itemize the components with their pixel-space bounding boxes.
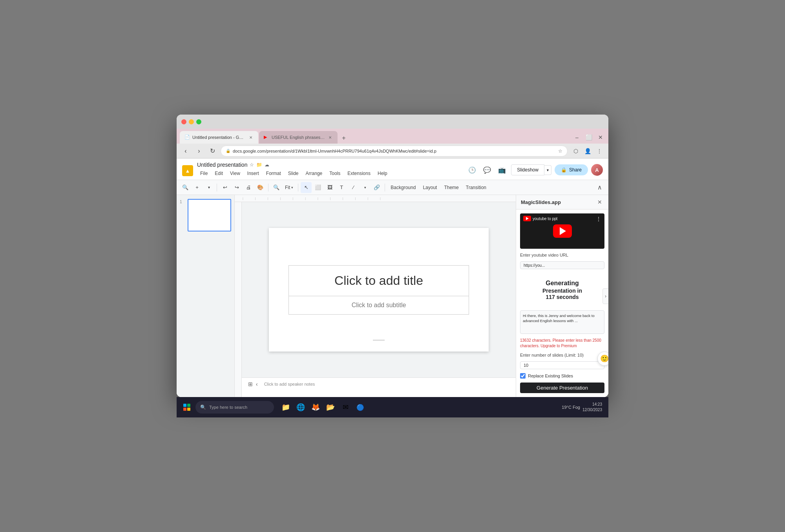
taskbar-firefox[interactable]: 🦊 xyxy=(309,400,323,414)
minimize-btn[interactable]: – xyxy=(572,133,582,142)
toolbar-divider-4 xyxy=(385,184,385,191)
taskbar-right: 19°C Fog 14:23 12/30/2023 xyxy=(562,402,605,413)
link-tool[interactable]: 🔗 xyxy=(371,182,382,193)
slideshow-button[interactable]: Slideshow xyxy=(511,164,544,175)
maximize-window-button[interactable] xyxy=(196,119,201,124)
slide-title-placeholder[interactable]: Click to add title xyxy=(334,273,423,288)
zoom-select[interactable]: Fit ▾ xyxy=(283,182,296,193)
profile-btn[interactable]: 👤 xyxy=(582,146,593,156)
more-btn[interactable]: ⋮ xyxy=(594,146,604,156)
menu-insert[interactable]: Insert xyxy=(244,169,262,177)
minimize-window-button[interactable] xyxy=(189,119,194,124)
menu-arrange[interactable]: Arrange xyxy=(303,169,326,177)
speaker-notes[interactable]: ⊞ ‹ Click to add speaker notes xyxy=(242,377,516,397)
tab-slides[interactable]: 📄 Untitled presentation - Google... ✕ xyxy=(180,131,258,144)
menu-tools[interactable]: Tools xyxy=(326,169,343,177)
chat-bubble-btn[interactable]: 🙂 xyxy=(597,352,608,366)
restore-btn[interactable]: ⬜ xyxy=(584,133,593,142)
zoom-out-btn[interactable]: ▾ xyxy=(203,182,214,193)
cloud-icon[interactable]: ☁ xyxy=(265,162,269,168)
yt-logo-area: youtube to ppt xyxy=(523,216,557,221)
youtube-tab-favicon: ▶ xyxy=(264,135,269,140)
yt-more-btn[interactable]: ⋮ xyxy=(596,216,601,222)
back-button[interactable]: ‹ xyxy=(181,146,191,156)
bookmark-icon[interactable]: ☆ xyxy=(558,148,562,154)
youtube-url-input[interactable] xyxy=(520,261,604,269)
theme-btn[interactable]: Theme xyxy=(441,184,462,191)
close-window-button[interactable] xyxy=(181,119,186,124)
slides-logo: ▲ xyxy=(182,165,193,176)
cursor-tool[interactable]: ↖ xyxy=(301,182,312,193)
slide-canvas[interactable]: Click to add title Click to add subtitle xyxy=(269,228,489,352)
slideshow-arrow[interactable]: ▾ xyxy=(544,165,551,175)
share-button[interactable]: 🔒 Share xyxy=(555,164,588,175)
redo-btn[interactable]: ↪ xyxy=(231,182,242,193)
slide-title-box[interactable]: Click to add title xyxy=(288,265,469,296)
refresh-button[interactable]: ↻ xyxy=(207,146,217,156)
text-tool[interactable]: T xyxy=(336,182,347,193)
slide-subtitle-box[interactable]: Click to add subtitle xyxy=(288,296,469,315)
image-tool[interactable]: 🖼 xyxy=(324,182,335,193)
menu-file[interactable]: File xyxy=(197,169,211,177)
menu-slide[interactable]: Slide xyxy=(285,169,302,177)
line-arrow[interactable]: ▾ xyxy=(360,182,371,193)
star-icon[interactable]: ☆ xyxy=(250,162,254,168)
slide-thumbnail-1[interactable] xyxy=(188,199,231,231)
url-bar[interactable]: 🔒 docs.google.com/presentation/d/1WkbI1l… xyxy=(221,146,568,157)
slide-canvas-area[interactable]: Click to add title Click to add subtitle xyxy=(242,202,516,377)
checkbox-row: Replace Existing Slides xyxy=(520,373,604,379)
youtube-preview[interactable]: youtube to ppt ⋮ xyxy=(520,213,604,249)
yt-play-btn[interactable] xyxy=(553,224,572,238)
toolbar-collapse-btn[interactable]: ∧ xyxy=(594,182,605,193)
taskbar-search[interactable]: 🔍 Type here to search xyxy=(195,401,274,414)
ruler-marks: | | | | | | | | | | | | xyxy=(243,197,392,200)
new-tab-button[interactable]: + xyxy=(338,133,349,144)
background-btn[interactable]: Background xyxy=(387,184,419,191)
win-sq-4 xyxy=(187,408,190,411)
collapse-panel-icon[interactable]: ‹ xyxy=(256,381,258,387)
panel-collapse-btn[interactable]: › xyxy=(602,288,608,304)
shape-tool[interactable]: ⬜ xyxy=(312,182,323,193)
taskbar-folder[interactable]: 📂 xyxy=(323,400,338,414)
undo-btn[interactable]: ↩ xyxy=(219,182,230,193)
menu-extensions[interactable]: Extensions xyxy=(344,169,374,177)
taskbar-edge[interactable]: 🌐 xyxy=(294,400,308,414)
magic-close-btn[interactable]: ✕ xyxy=(596,198,604,206)
magic-panel-title: MagicSlides.app xyxy=(521,199,561,205)
speaker-notes-placeholder[interactable]: Click to add speaker notes xyxy=(264,381,315,386)
zoom-in-btn[interactable]: + xyxy=(192,182,203,193)
menu-help[interactable]: Help xyxy=(374,169,391,177)
extensions-btn[interactable]: ⬡ xyxy=(571,146,581,156)
taskbar-chrome[interactable]: 🔵 xyxy=(353,400,367,414)
zoom-btn[interactable]: 🔍 xyxy=(271,182,282,193)
menu-format[interactable]: Format xyxy=(263,169,284,177)
search-btn[interactable]: 🔍 xyxy=(180,182,191,193)
comments-btn[interactable]: 💬 xyxy=(481,164,493,176)
slides-tab-close[interactable]: ✕ xyxy=(248,135,254,140)
transition-btn[interactable]: Transition xyxy=(463,184,489,191)
taskbar-file-manager[interactable]: 📁 xyxy=(279,400,293,414)
print-btn[interactable]: 🖨 xyxy=(243,182,254,193)
version-history-btn[interactable]: 🕒 xyxy=(466,164,478,176)
layout-btn[interactable]: Layout xyxy=(420,184,440,191)
forward-button[interactable]: › xyxy=(194,146,204,156)
menu-view[interactable]: View xyxy=(227,169,243,177)
youtube-tab-close[interactable]: ✕ xyxy=(327,135,333,140)
generate-presentation-btn[interactable]: Generate Presentation xyxy=(520,383,604,393)
line-tool[interactable]: ∕ xyxy=(348,182,359,193)
generating-title: Generating xyxy=(525,279,600,288)
menu-edit[interactable]: Edit xyxy=(212,169,226,177)
tab-youtube[interactable]: ▶ USEFUL English phrases for dai... ✕ xyxy=(259,131,338,144)
present-mode-btn[interactable]: 📺 xyxy=(496,164,508,176)
taskbar-weather: 19°C Fog xyxy=(562,405,580,410)
start-button[interactable] xyxy=(180,400,194,414)
taskbar-mail[interactable]: ✉ xyxy=(338,400,352,414)
slides-count-input[interactable] xyxy=(520,361,604,369)
close-btn[interactable]: ✕ xyxy=(596,133,605,142)
folder-icon[interactable]: 📁 xyxy=(256,162,262,168)
replace-slides-checkbox[interactable] xyxy=(520,373,526,379)
paint-format-btn[interactable]: 🎨 xyxy=(255,182,266,193)
grid-view-icon[interactable]: ⊞ xyxy=(248,381,253,387)
slide-subtitle-placeholder[interactable]: Click to add subtitle xyxy=(352,302,406,309)
profile-avatar[interactable]: A xyxy=(591,164,603,176)
